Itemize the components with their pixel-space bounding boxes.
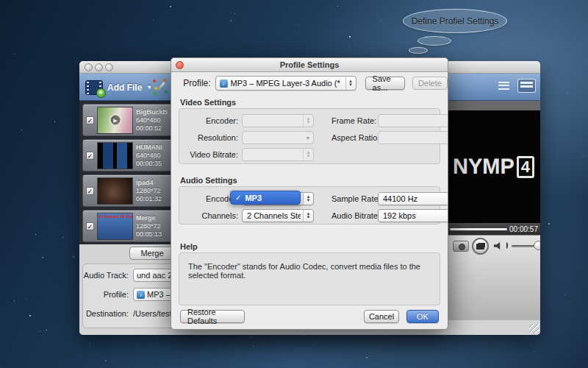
preview-pane: NYMP 4 00:00:57	[447, 101, 540, 320]
playback-time: 00:00:57	[509, 225, 538, 233]
audio-settings-group: Encoder: ▲▼ Sample Rate: 44100 Hz ▲▼ Cha…	[179, 186, 440, 224]
add-file-label: Add File	[107, 82, 142, 93]
resolution-label: Resolution:	[184, 133, 238, 142]
stepper-icon: ▲▼	[303, 210, 313, 222]
mp3-note-icon: ♪	[137, 291, 145, 299]
encoder-popup-menu-item[interactable]: ✓ MP3	[230, 191, 301, 205]
speaker-icon[interactable]	[494, 242, 503, 250]
frame-rate-label: Frame Rate:	[331, 116, 374, 125]
encoder-popup-value: MP3	[245, 194, 262, 202]
minimize-icon[interactable]	[95, 63, 103, 71]
destination-value: /Users/test/	[133, 309, 174, 318]
frame-rate-select[interactable]: ▲▼	[378, 114, 448, 127]
checkbox-checked-icon[interactable]: ✓	[86, 222, 94, 230]
detail-view-button[interactable]	[517, 79, 536, 93]
destination-label: Destination:	[83, 309, 129, 318]
video-encoder-select[interactable]: ▲▼	[242, 114, 314, 127]
resize-grip-icon[interactable]	[529, 324, 539, 333]
file-row-3[interactable]: ✓ ipad4 1280*72 00:01:32	[82, 174, 181, 207]
video-thumbnail	[98, 143, 132, 169]
stepper-icon: ▲▼	[448, 115, 448, 127]
seek-bar[interactable]: 00:00:57	[447, 223, 540, 235]
video-thumbnail: 30 Output 30 Output	[98, 213, 132, 239]
stepper-icon: ▲▼	[345, 77, 356, 90]
file-name: Merge	[136, 214, 162, 222]
channels-select[interactable]: 2 Channels Stereo ▲▼	[242, 209, 314, 222]
checkbox-checked-icon[interactable]: ✓	[86, 116, 94, 124]
file-resolution: 1280*72	[136, 222, 162, 230]
checkbox-checked-icon[interactable]: ✓	[86, 152, 94, 160]
snapshot-camera-icon[interactable]	[453, 241, 469, 252]
aspect-ratio-label: Aspect Ratio:	[331, 133, 374, 142]
video-settings-heading: Video Settings	[180, 98, 236, 107]
sample-rate-select[interactable]: 44100 Hz ▲▼	[378, 192, 448, 205]
stepper-icon: ▲▼	[303, 193, 313, 205]
ok-button[interactable]: OK	[406, 310, 439, 323]
profile-dropdown[interactable]: ♪ MP3 – MPEG Layer-3 Audio (*.mp3) ▲▼	[215, 76, 356, 91]
speaker-wave-icon	[503, 241, 508, 250]
file-row-4[interactable]: ✓ 30 Output 30 Output Merge 1280*72 00:0…	[82, 210, 181, 242]
zoom-icon[interactable]	[105, 63, 113, 71]
file-duration: 00:01:32	[136, 195, 162, 203]
thought-bubble-tail-1	[417, 36, 451, 46]
cancel-button[interactable]: Cancel	[364, 310, 399, 323]
anymp4-logo: NYMP	[453, 155, 514, 179]
chevron-down-icon: ▼	[303, 132, 313, 144]
magic-wand-icon	[156, 82, 165, 92]
stepper-icon: ▲▼	[303, 149, 313, 160]
detail-view-icon	[520, 82, 533, 90]
merge-button[interactable]: Merge	[129, 247, 175, 260]
dialog-title: Profile Settings	[280, 60, 340, 69]
encoder-label: Encoder:	[184, 116, 238, 125]
help-heading: Help	[180, 242, 198, 251]
stepper-icon: ▲▼	[303, 115, 313, 127]
audio-bitrate-select[interactable]: 192 kbps ▲▼	[378, 209, 448, 222]
video-thumbnail	[98, 178, 132, 204]
file-row-2[interactable]: ✓ HUMANI 640*480 00:00:35	[82, 139, 181, 171]
chevron-down-icon: ▼	[448, 132, 448, 144]
open-folder-icon[interactable]	[472, 238, 489, 255]
seek-progress[interactable]	[450, 228, 507, 230]
close-icon[interactable]	[176, 61, 184, 69]
stepper-icon: ▲▼	[448, 210, 448, 222]
profile-settings-dialog: Profile Settings Profile: ♪ MP3 – MPEG L…	[171, 57, 448, 330]
file-duration: 00:00:52	[136, 124, 168, 132]
list-view-button[interactable]	[495, 79, 513, 93]
delete-button[interactable]: Delete	[412, 77, 448, 90]
video-thumbnail: ▶	[98, 107, 132, 133]
add-file-button[interactable]: Add File ▼	[85, 77, 152, 97]
list-view-icon	[498, 82, 509, 90]
file-list: ✓ ▶ BigBuckB 640*480 00:00:52 ✓ HUMANI 6…	[79, 101, 182, 244]
anymp4-logo-badge: 4	[517, 156, 534, 178]
file-name: BigBuckB	[136, 108, 168, 116]
channels-label: Channels:	[184, 211, 238, 220]
volume-slider-knob[interactable]	[534, 241, 540, 250]
file-name: ipad4	[136, 179, 162, 187]
video-bitrate-select[interactable]: ▲▼	[242, 148, 314, 161]
video-bitrate-label: Video Bitrate:	[184, 150, 238, 159]
restore-defaults-button[interactable]: Restore Defaults	[180, 310, 245, 323]
resolution-combo[interactable]: ▼	[242, 131, 314, 144]
file-resolution: 640*480	[136, 152, 162, 160]
profile-label: Profile:	[171, 78, 211, 88]
file-duration: 00:00:35	[136, 160, 162, 168]
preview-screen: NYMP 4	[447, 110, 540, 223]
thought-bubble-text: Define Profiel Settings	[412, 16, 499, 26]
audio-bitrate-label: Audio Bitrate:	[331, 211, 374, 220]
help-text: The "Encoder" stands for Audio Codec, co…	[188, 262, 432, 280]
file-resolution: 1280*72	[136, 187, 162, 195]
close-icon[interactable]	[85, 63, 93, 71]
playback-controls	[447, 235, 540, 320]
magic-wand-button[interactable]	[151, 78, 169, 96]
audio-track-label: Audio Track:	[83, 271, 129, 280]
thought-bubble: Define Profiel Settings	[403, 9, 507, 33]
file-row-1[interactable]: ✓ ▶ BigBuckB 640*480 00:00:52	[82, 104, 181, 136]
aspect-ratio-combo[interactable]: ▼	[378, 131, 448, 144]
play-icon[interactable]: ▶	[109, 114, 121, 127]
dialog-titlebar[interactable]: Profile Settings	[171, 58, 448, 72]
file-duration: 00:05:13	[136, 230, 162, 238]
add-file-icon	[85, 80, 103, 95]
checkbox-checked-icon[interactable]: ✓	[86, 187, 94, 195]
save-as-button[interactable]: Save as...	[365, 77, 405, 90]
sample-rate-label: Sample Rate:	[331, 194, 374, 203]
